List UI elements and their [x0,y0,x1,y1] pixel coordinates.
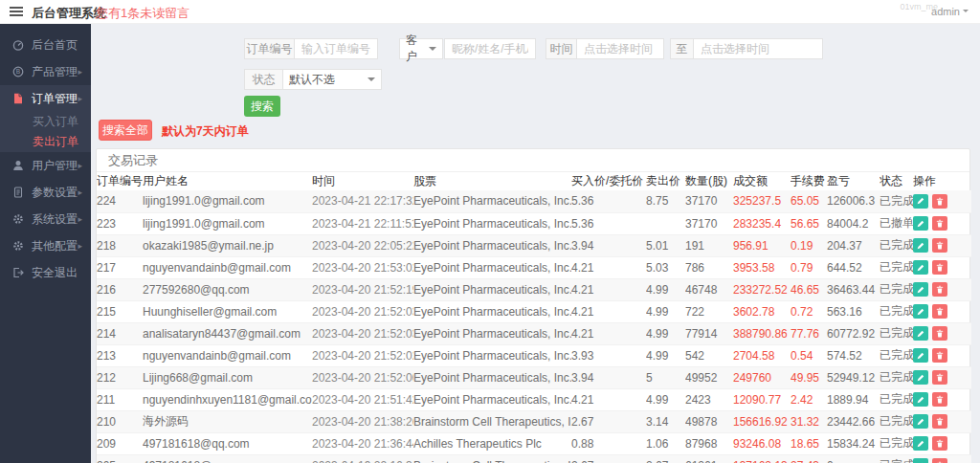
edit-button[interactable] [913,260,928,275]
cell-qty: 191 [685,234,733,256]
edit-button[interactable] [913,348,928,363]
cell-profit: 1889.94 [827,388,880,410]
sidebar-item-sell-orders[interactable]: 卖出订单 [0,132,91,152]
time-from-input[interactable] [576,38,664,59]
cell-actions [913,322,971,344]
table-row: 213nguyenvandainb@gmail.com2023-04-20 21… [97,344,971,366]
cell-id: 216 [97,278,143,300]
edit-button[interactable] [913,436,928,451]
cell-fee: 27.43 [791,454,827,463]
delete-button[interactable] [932,260,947,275]
cell-actions [913,454,971,463]
customer-search-input[interactable] [444,38,536,59]
cell-status: 已完成 [880,410,913,432]
delete-button[interactable] [932,458,947,463]
sidebar-item-params[interactable]: 参数设置▸ [0,179,91,206]
cell-user: Huunghiseller@gmail.com [143,300,312,322]
cell-stock: EyePoint Pharmaceuticals, Inc. [413,388,571,410]
unread-message-notice[interactable]: 您有1条未读留言 [96,5,189,22]
order-no-filter-group: 订单编号 [244,38,378,59]
cell-stock: EyePoint Pharmaceuticals, Inc. [413,190,571,212]
cell-amount: 325237.5 [733,190,791,212]
delete-button[interactable] [932,238,947,253]
cell-profit: 23442.66 [827,410,880,432]
sidebar-item-buy-orders[interactable]: 买入订单 [0,112,91,132]
delete-button[interactable] [932,216,947,231]
cell-id: 218 [97,234,143,256]
table-row: 218okazaki1985@ymail.ne.jp2023-04-20 22:… [97,234,971,256]
chevron-right-icon: ▸ [78,214,82,224]
customer-type-select[interactable]: 客户 [399,38,443,59]
cell-buy: 4.21 [571,388,646,410]
system-icon [12,213,25,226]
column-header: 时间 [312,172,413,190]
cell-user: nguyenvandainb@gmail.com [143,344,312,366]
delete-button[interactable] [932,304,947,319]
edit-button[interactable] [913,370,928,385]
table-row: 224lijing1991.0@gmail.com2023-04-21 22:1… [97,190,971,212]
edit-button[interactable] [913,282,928,297]
order-no-input[interactable] [294,38,378,59]
search-all-button[interactable]: 搜索全部 [99,120,152,141]
search-button[interactable]: 搜索 [244,96,280,117]
edit-button[interactable] [913,326,928,341]
admin-user-menu[interactable]: admin [931,6,969,17]
delete-button[interactable] [932,326,947,341]
cell-amount: 956.91 [733,234,791,256]
edit-button[interactable] [913,194,928,209]
delete-button[interactable] [932,282,947,297]
cell-buy: 2.67 [571,454,646,463]
hamburger-menu-icon[interactable] [10,11,23,12]
cell-fee: 0.79 [791,256,827,278]
cell-user: analisataryn84437@gmail.com [143,322,312,344]
sidebar-item-home[interactable]: 后台首页 [0,32,91,58]
cell-buy: 3.93 [571,344,646,366]
status-select[interactable]: 默认不选 [282,69,382,90]
sidebar-nav: 后台首页B产品管理▸订单管理▸买入订单卖出订单用户管理▸参数设置▸系统设置▸其他… [0,32,91,286]
cell-status: 已完成 [880,454,913,463]
cell-profit: 36463.44 [827,278,880,300]
delete-button[interactable] [932,348,947,363]
edit-button[interactable] [913,304,928,319]
sidebar-item-label: 订单管理 [32,91,78,107]
cell-amount: 93246.08 [733,432,791,454]
sidebar-item-other[interactable]: 其他配置▸ [0,232,91,259]
cell-id: 214 [97,322,143,344]
cell-qty: 77914 [685,322,733,344]
sidebar-item-system[interactable]: 系统设置▸ [0,206,91,232]
cell-profit: 0 [827,454,880,463]
table-row: 205497181618@qq.com2023-04-19 22:16:34Br… [97,454,971,463]
edit-button[interactable] [913,238,928,253]
sidebar-item-users[interactable]: 用户管理▸ [0,152,91,179]
cell-id: 212 [97,366,143,388]
cell-status: 已完成 [880,256,913,278]
edit-button[interactable] [913,216,928,231]
cell-qty: 87968 [685,432,733,454]
sidebar-item-products[interactable]: B产品管理▸ [0,58,91,85]
cell-sell: 1.06 [646,432,685,454]
cell-status: 已完成 [880,278,913,300]
cell-id: 205 [97,454,143,463]
cell-fee: 56.65 [791,212,827,234]
edit-button[interactable] [913,392,928,407]
edit-button[interactable] [913,414,928,429]
delete-button[interactable] [932,194,947,209]
sidebar-item-logout[interactable]: 安全退出 [0,259,91,286]
delete-button[interactable] [932,436,947,451]
sidebar-item-label: 安全退出 [32,265,78,281]
chevron-down-icon [963,10,969,15]
delete-button[interactable] [932,414,947,429]
cell-actions [913,212,971,234]
cell-time: 2023-04-21 22:17:32 [312,190,413,212]
delete-button[interactable] [932,392,947,407]
time-to-input[interactable] [693,38,823,59]
cell-stock: Achilles Therapeutics Plc [413,432,571,454]
column-header: 盈亏 [827,172,880,190]
cell-profit: 60772.92 [827,322,880,344]
delete-button[interactable] [932,370,947,385]
customer-type-value: 客户 [406,33,424,65]
cell-qty: 49952 [685,366,733,388]
sidebar-item-orders[interactable]: 订单管理▸ [0,85,91,112]
column-header: 操作 [913,172,971,190]
edit-button[interactable] [913,458,928,463]
